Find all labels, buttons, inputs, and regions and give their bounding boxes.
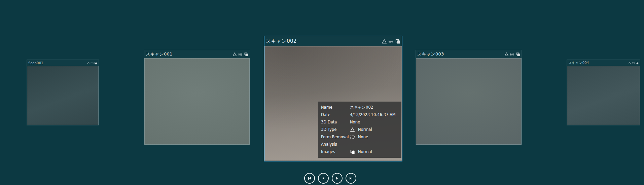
info-row: Date 4/13/2023 10:46:37 AM <box>321 111 399 118</box>
scan-status-icons <box>87 62 97 65</box>
scan-card-header: Scan001 <box>27 60 99 66</box>
last-button[interactable] <box>346 173 356 184</box>
3d-type-triangle-icon <box>350 127 358 132</box>
first-button[interactable] <box>304 173 315 184</box>
scan-thumbnail[interactable] <box>144 58 250 145</box>
scan-card-header: スキャン002 <box>264 36 402 46</box>
scan-status-icons <box>382 39 400 44</box>
scan-card[interactable]: Scan001 <box>27 60 99 125</box>
scan-status-icons <box>504 52 520 57</box>
scan-info-panel: Name スキャン002 Date 4/13/2023 10:46:37 AM … <box>318 102 401 158</box>
skip-first-icon <box>307 176 312 181</box>
images-icon <box>350 149 358 154</box>
images-icon <box>516 52 520 57</box>
scan-card-header: スキャン001 <box>144 50 250 58</box>
scan-title: Scan001 <box>28 61 43 65</box>
3d-type-triangle-icon <box>628 62 631 65</box>
info-row: 3D Data None <box>321 118 399 126</box>
3d-type-triangle-icon <box>504 52 509 57</box>
info-row: Images Normal <box>321 148 399 155</box>
3d-type-triangle-icon <box>382 39 387 44</box>
scan-carousel: Scan001 スキャン001 スキャン002 <box>0 0 644 185</box>
next-button[interactable] <box>332 173 343 184</box>
next-icon <box>335 176 339 181</box>
images-icon <box>94 62 97 65</box>
3d-type-triangle-icon <box>87 62 90 65</box>
scan-title: スキャン002 <box>266 38 296 44</box>
info-row: 3D Type Normal <box>321 126 399 133</box>
scan-title: スキャン003 <box>417 51 444 57</box>
form-removal-icon <box>388 39 394 44</box>
form-removal-icon <box>238 52 243 57</box>
scan-title: スキャン004 <box>568 61 589 65</box>
scan-thumbnail[interactable] <box>27 66 99 125</box>
form-removal-icon <box>350 135 358 140</box>
scan-thumbnail[interactable]: Name スキャン002 Date 4/13/2023 10:46:37 AM … <box>264 46 402 161</box>
scan-card-header: スキャン003 <box>416 50 522 58</box>
images-icon <box>244 52 248 57</box>
images-icon <box>636 62 639 65</box>
scan-card-selected[interactable]: スキャン002 Name スキャン002 Date 4/13/2023 10:4… <box>264 36 402 161</box>
info-row: Form Removal None <box>321 133 399 141</box>
scan-card[interactable]: スキャン004 <box>567 60 640 125</box>
form-removal-icon <box>91 62 94 65</box>
scan-thumbnail[interactable] <box>567 66 640 125</box>
carousel-nav <box>304 173 356 184</box>
previous-button[interactable] <box>318 173 329 184</box>
3d-type-triangle-icon <box>232 52 237 57</box>
scan-status-icons <box>628 62 639 65</box>
scan-card[interactable]: スキャン003 <box>416 50 522 145</box>
skip-last-icon <box>349 176 353 181</box>
form-removal-icon <box>510 52 514 57</box>
info-row: Analysis <box>321 141 399 148</box>
previous-icon <box>321 176 326 181</box>
scan-thumbnail[interactable] <box>416 58 522 145</box>
scan-title: スキャン001 <box>146 51 172 57</box>
info-row: Name スキャン002 <box>321 104 399 111</box>
form-removal-icon <box>632 62 635 65</box>
images-icon <box>395 39 400 44</box>
scan-card[interactable]: スキャン001 <box>144 50 250 145</box>
scan-status-icons <box>232 52 248 57</box>
scan-card-header: スキャン004 <box>567 60 640 66</box>
